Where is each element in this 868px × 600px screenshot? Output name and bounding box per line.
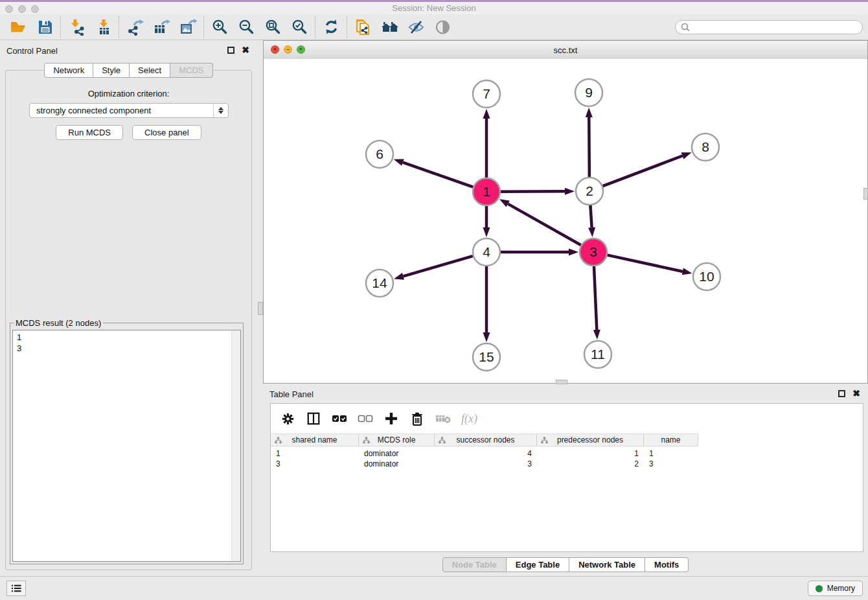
tab-select[interactable]: Select bbox=[130, 63, 170, 78]
graph-node-6[interactable]: 6 bbox=[366, 141, 393, 168]
mcds-result-line: 3 bbox=[17, 343, 236, 354]
optimization-criterion-select[interactable]: strongly connected component bbox=[29, 103, 229, 118]
tab-edge-table[interactable]: Edge Table bbox=[507, 557, 569, 572]
graph-node-8[interactable]: 8 bbox=[692, 133, 719, 161]
zoom-out-icon[interactable] bbox=[233, 16, 260, 38]
close-panel-icon[interactable]: ✖ bbox=[242, 46, 249, 54]
graph-node-15[interactable]: 15 bbox=[473, 343, 500, 371]
graph-edge-1-2[interactable] bbox=[501, 191, 565, 192]
select-chevrons-icon bbox=[213, 104, 228, 117]
mcds-result-text[interactable]: 13 bbox=[12, 330, 241, 562]
float-panel-icon[interactable] bbox=[227, 47, 234, 54]
graph-edge-arrowhead bbox=[483, 227, 490, 237]
graph-node-14[interactable]: 14 bbox=[366, 270, 393, 297]
float-table-panel-icon[interactable] bbox=[838, 390, 845, 397]
hide-selected-icon[interactable] bbox=[403, 16, 429, 38]
table-type-tabs: Node TableEdge TableNetwork TableMotifs bbox=[263, 557, 868, 572]
graph-node-2[interactable]: 2 bbox=[576, 178, 603, 205]
graph-node-7[interactable]: 7 bbox=[473, 80, 500, 108]
select-all-icon[interactable] bbox=[332, 411, 347, 426]
deselect-all-icon[interactable] bbox=[358, 411, 373, 426]
column-header-mcds-role[interactable]: MCDS role bbox=[359, 433, 435, 446]
graph-edge-4-14[interactable] bbox=[403, 256, 472, 276]
cell-shared-name: 3 bbox=[271, 459, 359, 468]
add-column-icon[interactable] bbox=[383, 411, 399, 426]
splitter-handle-right[interactable] bbox=[863, 188, 868, 200]
graph-node-3[interactable]: 3 bbox=[580, 238, 607, 266]
tab-style[interactable]: Style bbox=[93, 63, 130, 78]
search-icon bbox=[681, 23, 690, 32]
task-history-button[interactable] bbox=[6, 581, 26, 596]
tab-mcds[interactable]: MCDS bbox=[170, 63, 212, 78]
show-graphics-details-icon[interactable] bbox=[429, 16, 456, 38]
tab-network-table[interactable]: Network Table bbox=[569, 557, 645, 572]
zoom-selected-icon[interactable] bbox=[286, 16, 313, 38]
import-table-icon[interactable] bbox=[90, 16, 117, 38]
run-mcds-button[interactable]: Run MCDS bbox=[56, 125, 123, 140]
search-input[interactable] bbox=[693, 22, 857, 32]
column-header-name[interactable]: name bbox=[644, 433, 698, 446]
export-network-icon[interactable] bbox=[122, 16, 148, 38]
open-session-icon[interactable] bbox=[5, 16, 32, 38]
control-panel-header: Control Panel ✖ bbox=[0, 40, 257, 61]
delete-column-trash-icon[interactable] bbox=[409, 411, 425, 426]
cell-successor-nodes: 4 bbox=[435, 449, 537, 458]
graph-node-10[interactable]: 10 bbox=[693, 263, 720, 290]
zoom-in-icon[interactable] bbox=[207, 16, 233, 38]
memory-button[interactable]: Memory bbox=[808, 581, 863, 596]
graph-edge-arrowhead bbox=[483, 332, 490, 342]
splitter-handle-horizontal[interactable] bbox=[556, 380, 567, 384]
graph-node-11[interactable]: 11 bbox=[584, 341, 611, 368]
network-graph: 7968124314101511 bbox=[264, 59, 867, 383]
memory-status-icon bbox=[816, 585, 823, 592]
svg-text:6: 6 bbox=[376, 146, 383, 161]
graph-node-9[interactable]: 9 bbox=[575, 79, 602, 106]
splitter-handle-vertical[interactable] bbox=[258, 302, 263, 315]
show-column-panel-icon[interactable] bbox=[306, 411, 321, 426]
cell-mcds-role: dominator bbox=[359, 459, 435, 468]
export-table-icon[interactable] bbox=[148, 16, 175, 38]
optimization-criterion-label: Optimization criterion: bbox=[6, 89, 251, 98]
graph-edge-2-8[interactable] bbox=[603, 156, 683, 186]
refresh-icon[interactable] bbox=[318, 16, 345, 38]
column-label: successor nodes bbox=[456, 435, 514, 444]
table-settings-gear-icon[interactable] bbox=[280, 411, 295, 426]
table-row[interactable]: 1dominator411 bbox=[271, 448, 863, 459]
graph-edge-arrowhead bbox=[593, 330, 600, 340]
status-bar: Memory bbox=[0, 576, 868, 600]
tab-node-table[interactable]: Node Table bbox=[442, 557, 507, 572]
svg-text:8: 8 bbox=[702, 139, 709, 154]
graph-edge-2-3[interactable] bbox=[590, 205, 591, 227]
new-network-from-file-icon[interactable] bbox=[350, 16, 376, 38]
column-header-shared-name[interactable]: shared name bbox=[271, 433, 359, 446]
zoom-fit-icon[interactable] bbox=[260, 16, 286, 38]
network-window-title: scc.txt bbox=[264, 45, 867, 55]
tab-network[interactable]: Network bbox=[44, 63, 93, 78]
table-row[interactable]: 3dominator323 bbox=[271, 459, 863, 469]
toolbar-separator bbox=[60, 16, 62, 38]
list-icon bbox=[10, 583, 22, 594]
network-canvas[interactable]: 7968124314101511 bbox=[264, 59, 867, 383]
graph-edge-3-11[interactable] bbox=[594, 266, 597, 330]
toolbar-separator bbox=[203, 16, 205, 38]
result-scrollbar[interactable] bbox=[231, 330, 240, 561]
graph-edge-2-9[interactable] bbox=[589, 117, 589, 177]
graph-edge-3-1[interactable] bbox=[508, 204, 581, 246]
export-image-icon[interactable] bbox=[175, 16, 201, 38]
show-all-icon[interactable] bbox=[376, 16, 403, 38]
graph-node-1[interactable]: 1 bbox=[473, 178, 500, 205]
column-header-predecessor-nodes[interactable]: predecessor nodes bbox=[537, 433, 644, 446]
save-session-icon[interactable] bbox=[32, 16, 58, 38]
graph-edge-3-10[interactable] bbox=[607, 255, 682, 271]
graph-edge-arrowhead bbox=[565, 188, 575, 195]
column-header-successor-nodes[interactable]: successor nodes bbox=[435, 433, 537, 446]
graph-edge-1-6[interactable] bbox=[403, 163, 473, 187]
close-panel-button[interactable]: Close panel bbox=[132, 125, 201, 140]
graph-node-4[interactable]: 4 bbox=[473, 238, 500, 266]
import-network-icon[interactable] bbox=[63, 16, 90, 38]
close-table-panel-icon[interactable]: ✖ bbox=[852, 389, 860, 397]
tab-motifs[interactable]: Motifs bbox=[645, 557, 689, 572]
table-panel: Table Panel ✖ bbox=[263, 384, 868, 577]
network-window-titlebar[interactable]: × – + scc.txt bbox=[264, 41, 867, 60]
graph-edge-arrowhead bbox=[483, 109, 490, 119]
